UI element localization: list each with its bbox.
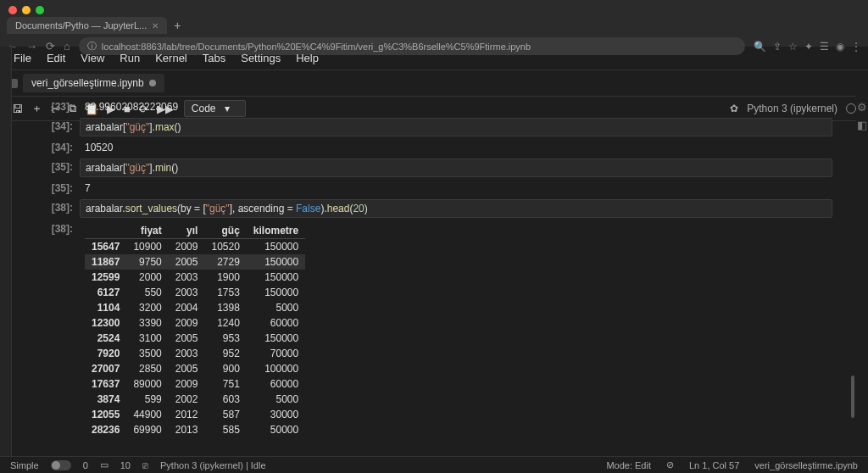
profile-icon[interactable]: ◉ [836,41,844,53]
cell-prompt: [33]: [36,98,80,115]
table-cell: 44900 [126,407,168,422]
property-inspector-icon[interactable]: ⚙ [856,101,868,114]
table-header [85,223,126,239]
table-cell: 9750 [126,254,168,270]
menu-run[interactable]: Run [120,52,140,64]
simple-mode-toggle[interactable] [51,460,71,470]
reload-icon[interactable]: ⟳ [46,40,55,53]
table-row: 1564710900200910520150000 [85,239,305,255]
table-cell: 2012 [169,407,205,422]
left-activity-bar[interactable] [0,47,12,473]
status-bar: Simple 0 ▭ 10 ⎚ Python 3 (ipykernel) | I… [0,456,868,473]
menu-settings[interactable]: Settings [241,52,281,64]
cell-output: 7 [80,180,832,197]
table-cell: 28236 [85,422,126,437]
table-cell: 7920 [85,346,126,361]
table-cell: 150000 [247,239,305,255]
new-tab-button[interactable]: + [174,19,181,32]
table-cell: 3200 [126,300,168,315]
table-cell: 11867 [85,254,126,270]
table-cell: 1753 [204,285,246,300]
table-cell: 603 [204,392,246,407]
cell-prompt: [38]: [36,199,80,218]
table-cell: 2002 [169,392,205,407]
url-text: localhost:8863/lab/tree/Documents/Python… [102,42,531,52]
table-row: 387459920026035000 [85,392,305,407]
table-cell: 2850 [126,361,168,376]
status-count-a[interactable]: 0 [83,460,88,470]
table-cell: 3500 [126,346,168,361]
code-cell[interactable]: arabalar["güç"].min() [80,159,832,177]
table-cell: 12055 [85,407,126,422]
notebook-tab-label: veri_görselleştirme.ipynb [31,77,144,89]
status-file[interactable]: veri_görselleştirme.ipynb [754,460,858,470]
table-cell: 1398 [204,300,246,315]
zoom-icon[interactable]: 🔍 [754,41,766,53]
table-cell: 2013 [169,422,205,437]
star-icon[interactable]: ☆ [788,41,798,53]
table-header: güç [204,223,246,239]
table-cell: 27007 [85,361,126,376]
table-row: 12599200020031900150000 [85,270,305,285]
table-cell: 150000 [247,254,305,270]
menu-help[interactable]: Help [296,52,319,64]
status-count-b[interactable]: 10 [120,460,131,470]
cell-prompt: [35]: [36,159,80,177]
table-cell: 50000 [247,422,305,437]
status-simple[interactable]: Simple [10,460,39,470]
table-cell: 100000 [247,361,305,376]
home-icon[interactable]: ⌂ [64,40,70,53]
table-cell: 89000 [126,376,168,392]
code-cell[interactable]: arabalar.sort_values(by = ["güç"], ascen… [80,199,832,218]
table-cell: 2003 [169,270,205,285]
table-cell: 2003 [169,285,205,300]
status-cursor-pos[interactable]: Ln 1, Col 57 [689,460,739,470]
close-tab-icon[interactable]: ✕ [152,21,159,31]
table-cell: 3874 [85,392,126,407]
menu-edit[interactable]: Edit [47,52,65,64]
table-row: 612755020031753150000 [85,285,305,300]
table-cell: 1240 [204,315,246,331]
table-cell: 599 [126,392,168,407]
cell-prompt: [35]: [36,180,80,197]
table-cell: 15647 [85,239,126,255]
debugger-icon[interactable]: ◧ [856,119,868,131]
notification-icon[interactable]: ⊘ [666,459,674,470]
table-row: 252431002005953150000 [85,331,305,346]
cell-prompt: [34]: [36,139,80,156]
right-activity-bar: ⚙ ◧ [856,96,868,456]
forward-icon[interactable]: → [26,40,37,53]
close-window-button[interactable] [8,6,17,14]
notebook-area[interactable]: [33]: 89.99602082223069 [34]: arabalar["… [12,96,856,456]
table-cell: 952 [204,346,246,361]
table-cell: 2004 [169,300,205,315]
cell-prompt: [38]: [36,220,80,440]
extensions-icon[interactable]: ✦ [804,41,813,53]
table-cell: 10520 [204,239,246,255]
table-cell: 10900 [126,239,168,255]
status-terminal-icon[interactable]: ⎚ [142,460,148,470]
table-row: 11867975020052729150000 [85,254,305,270]
status-kernel[interactable]: Python 3 (ipykernel) | Idle [160,460,266,470]
menu-tabs[interactable]: Tabs [203,52,225,64]
scrollbar-thumb[interactable] [851,376,854,418]
table-cell: 30000 [247,407,305,422]
menu-icon[interactable]: ☰ [820,41,829,53]
minimize-window-button[interactable] [22,6,31,14]
share-icon[interactable]: ⇪ [773,41,782,53]
notebook-tab[interactable]: veri_görselleştirme.ipynb [23,74,164,92]
table-cell: 17637 [85,376,126,392]
file-tab-bar: veri_görselleştirme.ipynb [0,70,868,97]
browser-tab[interactable]: Documents/Pytho — JupyterL... ✕ [7,17,167,34]
status-mode[interactable]: Mode: Edit [606,460,651,470]
code-cell[interactable]: arabalar["güç"].max() [80,118,832,136]
overflow-icon[interactable]: ⋮ [851,41,861,53]
menu-file[interactable]: File [14,52,31,64]
menu-view[interactable]: View [81,52,104,64]
maximize-window-button[interactable] [36,6,44,14]
site-info-icon[interactable]: ⓘ [87,40,97,53]
unsaved-indicator-icon [149,80,156,86]
menu-kernel[interactable]: Kernel [155,52,187,64]
table-row: 11043200200413985000 [85,300,305,315]
table-cell: 2009 [169,376,205,392]
